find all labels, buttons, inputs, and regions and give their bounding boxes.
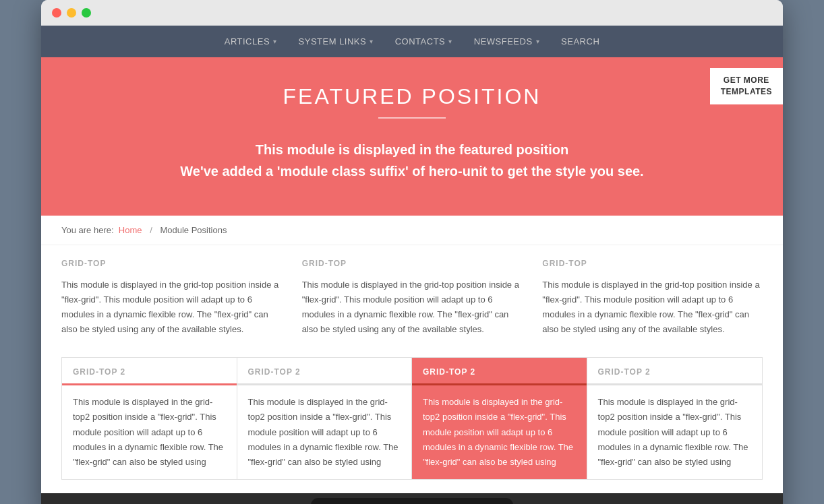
breadcrumb-current: Module Positions [160,225,227,235]
grid-top2-header-2: GRID-TOP 2 [237,358,412,385]
content-area: GRID-TOP This module is displayed in the… [41,245,783,493]
grid-top-row: GRID-TOP This module is displayed in the… [61,259,763,337]
dot-red[interactable] [52,8,61,18]
nav-label-articles: ARTICLES [225,36,270,46]
nav-item-contacts[interactable]: CONTACTS ▾ [384,26,463,57]
taskbar-pill [311,498,513,504]
grid-top2-item-1: GRID-TOP 2 This module is displayed in t… [62,358,237,478]
grid-top2-body-3: This module is displayed in the grid-top… [412,385,587,478]
grid-top2-body-2: This module is displayed in the grid-top… [237,385,412,478]
nav-bar: ARTICLES ▾ SYSTEM LINKS ▾ CONTACTS ▾ NEW… [41,26,783,57]
grid-top2-header-3: GRID-TOP 2 [412,358,587,385]
browser-chrome [41,0,783,26]
nav-label-search: SEARCH [561,36,599,46]
chevron-down-icon: ▾ [448,38,452,45]
grid-top-item-3: GRID-TOP This module is displayed in the… [542,259,763,337]
breadcrumb-prefix: You are here: [61,225,114,235]
dot-green[interactable] [82,8,91,18]
featured-body-line1: This module is displayed in the featured… [256,142,569,157]
breadcrumb-separator: / [150,225,152,235]
chevron-down-icon: ▾ [536,38,540,45]
get-more-button[interactable]: GET MORE TEMPLATES [710,68,783,104]
grid-top-item-1: GRID-TOP This module is displayed in the… [61,259,282,337]
featured-title: FEATURED POSITION [55,84,769,109]
grid-top-text-3: This module is displayed in the grid-top… [542,278,763,337]
grid-top2-item-2: GRID-TOP 2 This module is displayed in t… [237,358,413,478]
chevron-down-icon: ▾ [273,38,277,45]
grid-top-label-3: GRID-TOP [542,259,763,268]
grid-top-label-2: GRID-TOP [302,259,523,268]
grid-top2-item-3: GRID-TOP 2 This module is displayed in t… [412,358,587,478]
nav-item-newsfeeds[interactable]: NEWSFEEDS ▾ [463,26,550,57]
taskbar [41,493,783,504]
featured-section: FEATURED POSITION This module is display… [41,57,783,216]
chevron-down-icon: ▾ [370,38,374,45]
featured-body: This module is displayed in the featured… [55,139,769,182]
nav-item-articles[interactable]: ARTICLES ▾ [214,26,288,57]
grid-top-text-1: This module is displayed in the grid-top… [61,278,282,337]
nav-label-newsfeeds: NEWSFEEDS [474,36,533,46]
nav-label-systemlinks: SYSTEM LINKS [299,36,367,46]
grid-top-text-2: This module is displayed in the grid-top… [302,278,523,337]
nav-label-contacts: CONTACTS [395,36,446,46]
featured-body-line2: We've added a 'module class suffix' of h… [180,164,643,179]
nav-item-search[interactable]: SEARCH [550,26,610,57]
grid-top2-row: GRID-TOP 2 This module is displayed in t… [61,357,763,479]
grid-top-item-2: GRID-TOP This module is displayed in the… [302,259,523,337]
grid-top2-header-4: GRID-TOP 2 [587,358,763,385]
nav-items: ARTICLES ▾ SYSTEM LINKS ▾ CONTACTS ▾ NEW… [214,26,611,57]
breadcrumb: You are here: Home / Module Positions [41,216,783,245]
grid-top2-body-1: This module is displayed in the grid-top… [62,385,237,478]
breadcrumb-home[interactable]: Home [119,225,142,235]
grid-top-label-1: GRID-TOP [61,259,282,268]
dot-yellow[interactable] [67,8,76,18]
grid-top2-header-1: GRID-TOP 2 [62,358,237,385]
browser-window: ARTICLES ▾ SYSTEM LINKS ▾ CONTACTS ▾ NEW… [41,0,783,504]
grid-top2-body-4: This module is displayed in the grid-top… [587,385,763,478]
nav-item-systemlinks[interactable]: SYSTEM LINKS ▾ [288,26,384,57]
grid-top2-item-4: GRID-TOP 2 This module is displayed in t… [587,358,763,478]
featured-divider [378,117,446,119]
